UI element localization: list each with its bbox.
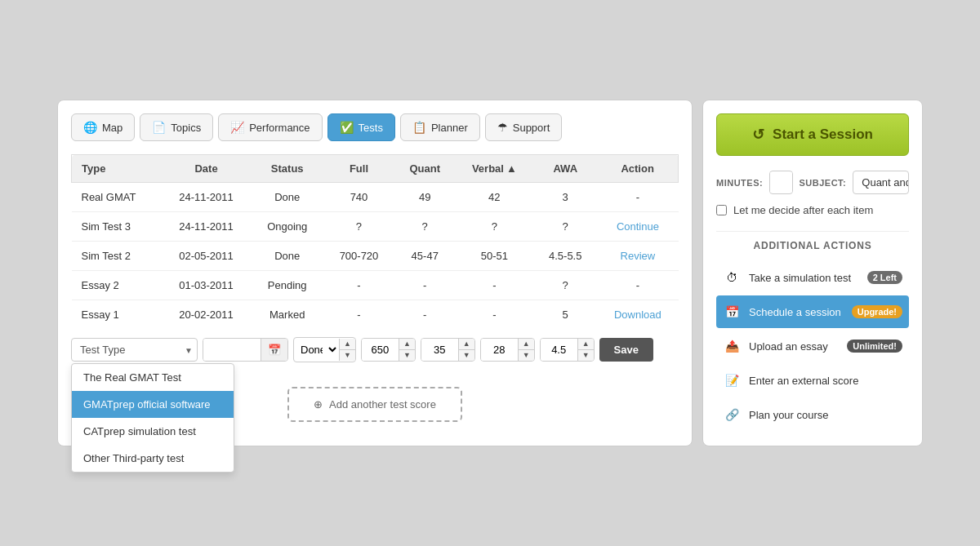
action-label-sim-test: Take a simulation test xyxy=(749,272,859,284)
col-verbal[interactable]: Verbal▲ xyxy=(456,155,534,183)
date-input[interactable] xyxy=(203,339,261,361)
dropdown-item-catprep[interactable]: CATprep simulation test xyxy=(72,418,234,445)
tab-map[interactable]: 🌐 Map xyxy=(71,113,135,141)
add-another-label: Add another test score xyxy=(329,398,436,411)
status-down-button[interactable]: ▼ xyxy=(340,350,355,361)
full-score-input: 650 ▲ ▼ xyxy=(361,338,416,362)
verbal-down-button[interactable]: ▼ xyxy=(519,350,534,361)
action-item-sim-test[interactable]: ⏱ Take a simulation test 2 Left xyxy=(716,261,909,294)
calendar-button[interactable]: 📅 xyxy=(261,339,287,361)
awa-score-spinner: ▲ ▼ xyxy=(577,339,594,361)
cell-action: Review xyxy=(597,242,678,271)
left-panel: 🌐 Map 📄 Topics 📈 Performance ✅ Tests 📋 P… xyxy=(57,100,693,446)
subject-select-wrapper: Quant and Verbal Quant Only Verbal Only … xyxy=(853,171,909,194)
tab-topics[interactable]: 📄 Topics xyxy=(140,113,213,141)
action-item-schedule[interactable]: 📅 Schedule a session Upgrade! xyxy=(716,295,909,328)
map-icon: 🌐 xyxy=(83,121,97,134)
action-icon-plan: 🔗 xyxy=(723,406,741,424)
status-spinner: ▲ ▼ xyxy=(339,339,355,361)
cell-awa: 5 xyxy=(533,300,597,330)
cell-awa: 3 xyxy=(533,183,597,212)
col-full: Full xyxy=(323,155,394,183)
cell-verbal: - xyxy=(456,271,534,300)
action-link[interactable]: Continue xyxy=(617,220,659,233)
cell-verbal: ? xyxy=(456,212,534,242)
checkbox-row: Let me decide after each item xyxy=(716,204,909,216)
action-icon-schedule: 📅 xyxy=(723,303,741,321)
action-label-essay: Upload an essay xyxy=(749,340,839,353)
minutes-input[interactable] xyxy=(770,172,792,193)
action-item-external[interactable]: 📝 Enter an external score xyxy=(716,364,909,397)
tab-performance[interactable]: 📈 Performance xyxy=(218,113,322,141)
cell-status: Pending xyxy=(251,271,323,300)
table-row: Sim Test 2 02-05-2011 Done 700-720 45-47… xyxy=(72,242,679,271)
quant-score-spinner: ▲ ▼ xyxy=(458,339,474,361)
tab-tests[interactable]: ✅ Tests xyxy=(327,113,395,141)
decide-checkbox[interactable] xyxy=(716,205,727,215)
full-score-field[interactable]: 650 xyxy=(362,339,399,361)
add-another-button[interactable]: ⊕ Add another test score xyxy=(287,387,462,422)
quant-score-field[interactable]: 35 xyxy=(421,339,458,361)
col-type: Type xyxy=(72,155,162,183)
quant-down-button[interactable]: ▼ xyxy=(459,350,474,361)
action-label-schedule: Schedule a session xyxy=(749,306,844,318)
cell-date: 20-02-2011 xyxy=(162,300,252,330)
col-action: Action xyxy=(597,155,678,183)
add-row-form: Test Type The Real GMAT Test GMATprep of… xyxy=(71,337,679,362)
cell-awa: 4.5-5.5 xyxy=(533,242,597,271)
right-panel: ↺ Start a Session MINUTES: ▲ ▼ SUBJECT: … xyxy=(702,100,923,446)
type-dropdown-wrapper: Test Type The Real GMAT Test GMATprep of… xyxy=(71,338,198,362)
action-icon-external: 📝 xyxy=(723,371,741,389)
decide-label[interactable]: Let me decide after each item xyxy=(733,204,873,216)
cell-awa: ? xyxy=(533,271,597,300)
cell-status: Done xyxy=(251,183,323,212)
awa-up-button[interactable]: ▲ xyxy=(578,339,594,350)
verbal-up-button[interactable]: ▲ xyxy=(519,339,534,350)
cell-type: Essay 1 xyxy=(72,300,162,330)
cell-quant: 45-47 xyxy=(394,242,456,271)
status-select[interactable]: Done Ongoing Pending Marked xyxy=(294,338,339,362)
full-down-button[interactable]: ▼ xyxy=(399,350,415,361)
full-up-button[interactable]: ▲ xyxy=(399,339,415,350)
actions-list: ⏱ Take a simulation test 2 Left 📅 Schedu… xyxy=(716,261,909,431)
dropdown-item-gmatprep[interactable]: GMATprep official software xyxy=(72,391,234,418)
quant-score-input: 35 ▲ ▼ xyxy=(421,338,475,362)
cell-full: 700-720 xyxy=(323,242,394,271)
date-input-wrapper: 📅 xyxy=(203,338,288,362)
cell-verbal: - xyxy=(456,300,534,330)
type-select[interactable]: Test Type The Real GMAT Test GMATprep of… xyxy=(71,338,198,362)
cell-verbal: 42 xyxy=(456,183,534,212)
status-select-wrapper: Done Ongoing Pending Marked ▲ ▼ xyxy=(293,337,356,362)
tab-map-label: Map xyxy=(102,122,122,134)
awa-down-button[interactable]: ▼ xyxy=(578,350,594,361)
action-link[interactable]: Download xyxy=(614,309,662,321)
status-up-button[interactable]: ▲ xyxy=(340,339,355,350)
cell-date: 24-11-2011 xyxy=(162,183,252,212)
verbal-score-field[interactable]: 28 xyxy=(481,339,518,361)
awa-score-field[interactable]: 4.5 xyxy=(541,339,577,361)
tab-planner[interactable]: 📋 Planner xyxy=(400,113,480,141)
cell-full: - xyxy=(323,300,394,330)
tab-topics-label: Topics xyxy=(171,122,201,134)
col-status: Status xyxy=(251,155,323,183)
table-row: Sim Test 3 24-11-2011 Ongoing ? ? ? ? Co… xyxy=(72,212,679,242)
tests-icon: ✅ xyxy=(340,121,354,134)
cell-action: Continue xyxy=(597,212,678,242)
action-link[interactable]: Review xyxy=(621,250,656,262)
action-item-essay[interactable]: 📤 Upload an essay Unlimited! xyxy=(716,330,909,362)
save-button[interactable]: Save xyxy=(599,338,653,362)
quant-up-button[interactable]: ▲ xyxy=(459,339,474,350)
start-session-button[interactable]: ↺ Start a Session xyxy=(716,113,909,156)
dropdown-item-other[interactable]: Other Third-party test xyxy=(72,445,234,472)
tab-support-label: Support xyxy=(513,122,550,134)
action-item-plan[interactable]: 🔗 Plan your course xyxy=(716,398,909,431)
awa-score-input: 4.5 ▲ ▼ xyxy=(540,338,595,362)
table-row: Real GMAT 24-11-2011 Done 740 49 42 3 - xyxy=(72,183,679,212)
subject-select[interactable]: Quant and Verbal Quant Only Verbal Only xyxy=(853,171,909,193)
action-cell: - xyxy=(636,191,639,203)
dropdown-item-real-gmat[interactable]: The Real GMAT Test xyxy=(72,364,234,391)
tab-support[interactable]: ☂ Support xyxy=(485,113,563,141)
action-icon-sim-test: ⏱ xyxy=(723,269,741,286)
cell-status: Done xyxy=(251,242,323,271)
col-awa: AWA xyxy=(533,155,597,183)
